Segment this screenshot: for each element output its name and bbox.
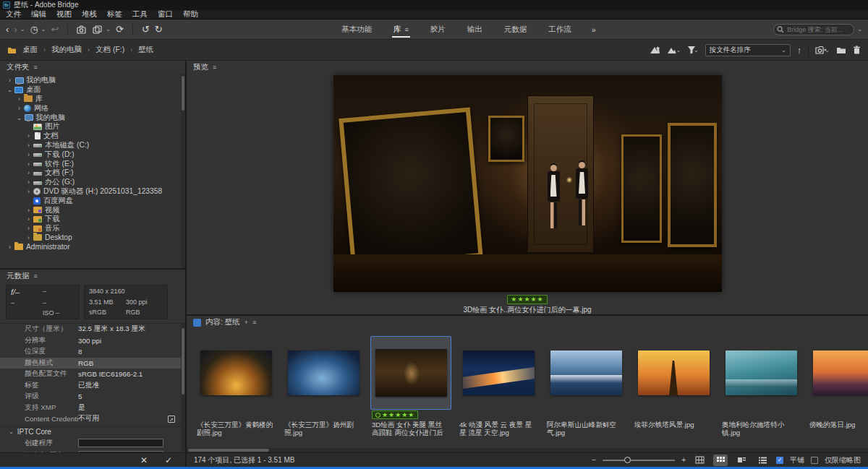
expander-icon[interactable]: › — [25, 234, 33, 241]
metadata-row-Content Credentials[interactable]: Content Credentials不可用↗ — [0, 413, 185, 425]
folder-tree-item-办公 (G:)[interactable]: ›办公 (G:) — [3, 178, 185, 187]
thumbnail-cell[interactable]: 4k 动漫 风景 云 夜景 星星 流星 天空.jpg — [458, 336, 539, 436]
breadcrumb-item-壁纸[interactable]: 壁纸 — [138, 45, 153, 55]
expander-icon[interactable]: › — [15, 105, 23, 112]
folder-tree-item-桌面[interactable]: ⌄桌面 — [3, 85, 185, 95]
thumbnail-cell[interactable]: 埃菲尔铁塔风景.jpg — [633, 336, 714, 429]
expander-icon[interactable]: › — [6, 244, 14, 251]
workspace-tab-元数据[interactable]: 元数据 — [503, 21, 529, 38]
thumbnail-image[interactable] — [726, 350, 797, 395]
thumbnail-image-box[interactable] — [283, 336, 364, 410]
folder-tree-item-Administrator[interactable]: ›Administrator — [3, 242, 185, 251]
folders-scrollbar[interactable] — [181, 74, 185, 268]
thumbnail-cell[interactable]: 奥地利哈尔施塔特小镇.jpg — [720, 336, 801, 436]
preview-image[interactable] — [333, 75, 722, 292]
add-content-tab-icon[interactable]: + — [244, 319, 248, 326]
metadata-scrollbar[interactable] — [181, 324, 185, 452]
batch-dropdown-icon[interactable]: ⌄ — [106, 26, 111, 33]
expander-icon[interactable]: › — [25, 207, 33, 214]
thumbnail-size-slider[interactable] — [603, 460, 675, 461]
iptc-field-input[interactable] — [78, 439, 163, 447]
grid-lock-view-button[interactable] — [692, 455, 707, 466]
expander-icon[interactable]: › — [25, 151, 33, 158]
thumbnail-image[interactable] — [463, 350, 535, 395]
folder-tree-item-我的电脑[interactable]: ›我的电脑 — [3, 76, 185, 85]
workspace-tab-输出[interactable]: 输出 — [466, 21, 484, 38]
thumbnail-image[interactable] — [813, 350, 868, 395]
sort-dropdown[interactable]: 按文件名排序 ⌄ — [705, 44, 791, 56]
metadata-cancel-button[interactable]: ✕ — [140, 455, 148, 465]
content-scrollbar[interactable] — [187, 448, 868, 452]
menu-item-标签[interactable]: 标签 — [107, 9, 122, 20]
zoom-in-button[interactable]: + — [681, 456, 686, 464]
folder-tree-item-网络[interactable]: ›网络 — [3, 103, 185, 113]
back-button[interactable]: ‹ — [6, 25, 9, 34]
folder-tree-item-下载 (D:)[interactable]: ›下载 (D:) — [3, 150, 185, 159]
refresh-button[interactable]: ⟳ — [116, 25, 124, 34]
workspace-tab-工作流[interactable]: 工作流 — [547, 21, 573, 38]
search-input[interactable] — [773, 24, 854, 35]
expander-icon[interactable]: › — [25, 169, 33, 176]
folder-tree-item-软件 (E:)[interactable]: ›软件 (E:) — [3, 159, 185, 168]
folder-tree-item-文档[interactable]: ›文档 — [3, 132, 185, 141]
thumbnail-image[interactable] — [638, 350, 710, 395]
details-view-button[interactable] — [734, 455, 749, 466]
metadata-row-标签[interactable]: 标签已批准 — [0, 380, 185, 392]
history-dropdown-icon[interactable]: ⌄ — [41, 26, 46, 33]
breadcrumb-item-文档 (F:)[interactable]: 文档 (F:) — [95, 45, 124, 55]
menu-item-文件[interactable]: 文件 — [6, 9, 21, 20]
folder-tree-item-百度网盘[interactable]: 百度网盘 — [3, 196, 185, 205]
thumbnail-image[interactable] — [288, 350, 359, 395]
content-panel-menu-icon[interactable]: ≡ — [252, 319, 256, 326]
metadata-row-颜色模式[interactable]: 颜色模式RGB — [0, 358, 185, 369]
metadata-row-尺寸（厘米）[interactable]: 尺寸（厘米）32.5 厘米 x 18.3 厘米 — [0, 324, 185, 335]
workspace-tab-胶片[interactable]: 胶片 — [429, 21, 447, 38]
tile-checkbox[interactable]: ✓ — [776, 457, 783, 464]
thumbnails-only-checkbox[interactable] — [811, 457, 818, 464]
rating-stars-badge[interactable]: ★★★★★ — [507, 295, 547, 304]
metadata-row-评级[interactable]: 评级5 — [0, 391, 185, 403]
menu-item-视图[interactable]: 视图 — [56, 9, 72, 20]
zoom-out-button[interactable]: − — [592, 456, 596, 464]
workspace-tab-库[interactable]: 库≡ — [392, 21, 410, 38]
menu-item-帮助[interactable]: 帮助 — [183, 9, 198, 20]
folder-tree-item-视频[interactable]: ›视频 — [3, 205, 185, 215]
metadata-row-颜色配置文件[interactable]: 颜色配置文件sRGB IEC61966-2.1 — [0, 369, 185, 380]
slider-knob[interactable] — [624, 457, 631, 463]
thumbnail-image-box[interactable] — [633, 336, 714, 410]
thumbnail-image[interactable] — [375, 349, 447, 397]
folder-tree-item-我的电脑[interactable]: ⌄我的电脑 — [3, 113, 185, 122]
list-view-button[interactable] — [755, 455, 770, 466]
expander-icon[interactable]: › — [6, 77, 14, 84]
batch-rename-button[interactable] — [93, 25, 103, 34]
workspace-tab-基本功能[interactable]: 基本功能 — [340, 21, 373, 38]
breadcrumb-item-桌面[interactable]: 桌面 — [22, 45, 38, 55]
thumbnail-cell[interactable]: 阿尔卑斯山山峰新鲜空气.jpg — [545, 336, 626, 436]
folder-tree-item-DVD 驱动器 (H:) 20251031_123358[interactable]: ›DVD 驱动器 (H:) 20251031_123358 — [3, 187, 185, 197]
folders-panel-menu-icon[interactable]: ≡ — [34, 64, 38, 71]
expander-icon[interactable]: › — [25, 188, 33, 195]
folder-tree-item-文档 (F:)[interactable]: ›文档 (F:) — [3, 168, 185, 178]
metadata-row-支持 XMP[interactable]: 支持 XMP是 — [0, 403, 185, 414]
menu-item-工具[interactable]: 工具 — [132, 9, 148, 20]
metadata-row-位深度[interactable]: 位深度8 — [0, 346, 185, 358]
metadata-apply-button[interactable]: ✓ — [165, 455, 172, 465]
workspace-menu-icon[interactable]: ≡ — [405, 26, 409, 33]
filter-rating-dropdown-icon[interactable]: ⌄ — [667, 46, 681, 54]
boomerang-button[interactable]: ↩ — [51, 25, 59, 34]
sort-ascending-button[interactable]: ↑ — [797, 46, 802, 55]
iptc-section-header[interactable]: ⌄ IPTC Core — [0, 426, 185, 437]
preview-panel-menu-icon[interactable]: ≡ — [213, 64, 216, 71]
expander-icon[interactable]: ⌄ — [15, 114, 23, 121]
iptc-field-input[interactable] — [78, 451, 163, 452]
thumbnail-image[interactable] — [550, 350, 622, 395]
expander-icon[interactable]: › — [25, 132, 33, 139]
expander-icon[interactable]: › — [25, 142, 33, 149]
metadata-panel-menu-icon[interactable]: ≡ — [34, 272, 38, 280]
forward-button[interactable]: › — [14, 25, 17, 34]
folder-tree-item-下载[interactable]: ›下载 — [3, 215, 185, 224]
thumbnail-image-box[interactable] — [720, 336, 801, 410]
rotate-cw-button[interactable]: ↻ — [155, 25, 163, 34]
new-folder-button[interactable] — [836, 46, 846, 54]
folder-tree-item-库[interactable]: ›库 — [3, 95, 185, 104]
